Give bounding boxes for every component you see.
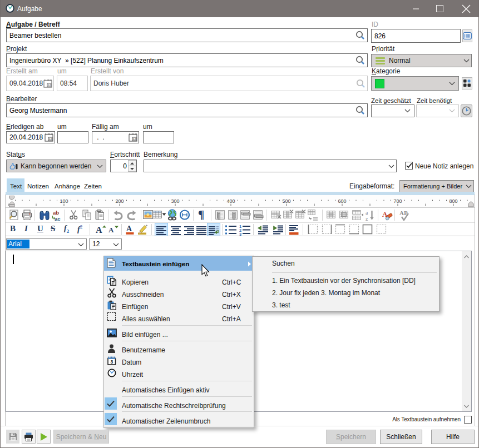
svg-text:A: A — [96, 225, 102, 235]
svg-text:3: 3 — [110, 359, 113, 365]
svg-text:100: 100 — [60, 198, 68, 204]
svg-text:700: 700 — [393, 198, 402, 204]
svg-text:600: 600 — [338, 198, 346, 204]
svg-text:500: 500 — [282, 198, 290, 204]
svg-text:a: a — [366, 210, 368, 216]
svg-text:12: 12 — [48, 137, 52, 141]
svg-text:A: A — [108, 226, 114, 234]
svg-text:3: 3 — [239, 232, 241, 236]
svg-text:12: 12 — [47, 83, 51, 87]
svg-text:ac: ac — [55, 216, 61, 222]
svg-text:ab: ab — [53, 210, 59, 216]
svg-text:A: A — [126, 225, 132, 233]
svg-text:z: z — [366, 216, 368, 221]
svg-text:800: 800 — [449, 198, 457, 204]
svg-text:200: 200 — [115, 198, 124, 204]
svg-text:12: 12 — [132, 137, 136, 141]
svg-text:300: 300 — [171, 198, 179, 204]
svg-text:400: 400 — [226, 198, 235, 204]
